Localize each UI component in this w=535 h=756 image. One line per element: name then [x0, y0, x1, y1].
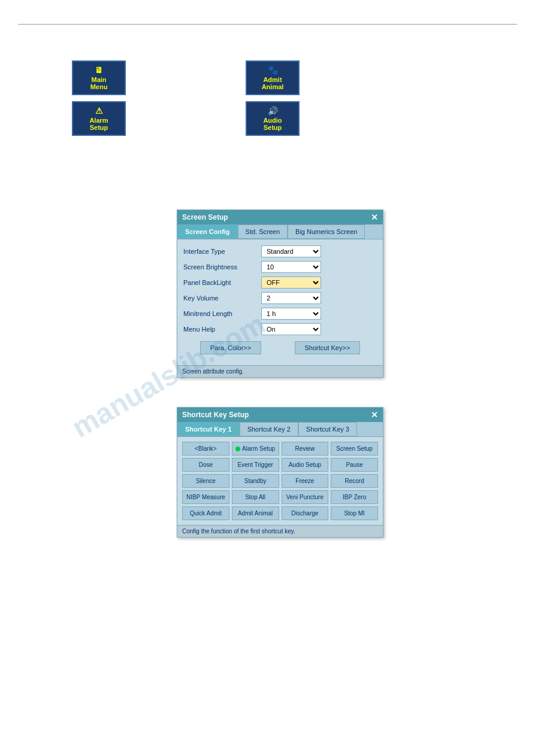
minitrend-length-select[interactable]: 1 h — [261, 308, 321, 320]
screen-setup-close-button[interactable]: ✕ — [371, 212, 378, 222]
screen-brightness-row: Screen Brightness 10 — [183, 261, 377, 273]
tab-std-screen[interactable]: Std. Screen — [238, 224, 288, 239]
screen-brightness-select[interactable]: 10 — [261, 261, 321, 273]
stop-mi-button[interactable]: Stop MI — [331, 506, 378, 520]
admit-animal-icon: 🐾 — [268, 65, 278, 75]
menu-help-row: Menu Help On — [183, 323, 377, 335]
shortcut-titlebar: Shortcut Key Setup ✕ — [177, 408, 383, 422]
shortcut-title: Shortcut Key Setup — [182, 411, 249, 419]
quick-admit-button[interactable]: Quick Admit — [182, 506, 229, 520]
admit-animal-label: Admit Animal — [256, 76, 289, 90]
alarm-setup-icon: ⚠ — [95, 106, 103, 116]
audio-setup-label: Audio Setup — [256, 117, 289, 131]
standby-button[interactable]: Standby — [232, 474, 279, 488]
screen-setup-tabs: Screen Config Std. Screen Big Numerics S… — [177, 224, 383, 239]
shortcut-key-dialog: Shortcut Key Setup ✕ Shortcut Key 1 Shor… — [177, 407, 383, 538]
tab-screen-config[interactable]: Screen Config — [177, 224, 238, 239]
panel-backlight-label: Panel BackLight — [183, 279, 261, 286]
alarm-setup-label: Alarm Setup — [83, 117, 115, 131]
panel-backlight-row: Panel BackLight OFF — [183, 277, 377, 289]
key-volume-row: Key Volume 2 — [183, 292, 377, 304]
ibp-zero-button[interactable]: IBP Zero — [331, 490, 378, 504]
key-volume-label: Key Volume — [183, 294, 261, 302]
admit-animal-sk-button[interactable]: Admit Animal — [232, 506, 279, 520]
shortcut-close-button[interactable]: ✕ — [371, 410, 378, 420]
event-trigger-button[interactable]: Event Trigger — [232, 458, 279, 472]
alarm-setup-sk-button[interactable]: Alarm Setup — [232, 442, 279, 456]
discharge-button[interactable]: Discharge — [282, 506, 329, 520]
pause-button[interactable]: Pause — [331, 458, 378, 472]
top-buttons-row2: ⚠ Alarm Setup 🔊 Audio Setup — [72, 101, 535, 136]
screen-setup-title: Screen Setup — [182, 213, 228, 221]
main-menu-button[interactable]: 🖥 Main Menu — [72, 60, 126, 95]
screen-brightness-label: Screen Brightness — [183, 263, 261, 271]
shortcut-status: Config the function of the first shortcu… — [177, 525, 383, 537]
screen-setup-footer-buttons: Para. Color>> Shortcut Key>> — [183, 341, 377, 354]
blank-button[interactable]: <Blank> — [182, 442, 229, 456]
shortcut-grid: <Blank> Alarm Setup Review Screen Setup … — [177, 437, 383, 525]
tab-shortcut-key-1[interactable]: Shortcut Key 1 — [177, 422, 240, 436]
alarm-setup-button[interactable]: ⚠ Alarm Setup — [72, 101, 126, 136]
admit-animal-button[interactable]: 🐾 Admit Animal — [246, 60, 300, 95]
interface-type-row: Interface Type Standard — [183, 245, 377, 257]
main-menu-icon: 🖥 — [95, 65, 103, 75]
freeze-button[interactable]: Freeze — [282, 474, 329, 488]
menu-help-select[interactable]: On — [261, 323, 321, 335]
tab-big-numerics[interactable]: Big Numerics Screen — [288, 224, 365, 239]
panel-backlight-select[interactable]: OFF — [261, 277, 321, 289]
screen-setup-status: Screen attribute config. — [177, 365, 383, 377]
screen-setup-body: Interface Type Standard Screen Brightnes… — [177, 239, 383, 365]
minitrend-length-row: Minitrend Length 1 h — [183, 308, 377, 320]
nibp-measure-button[interactable]: NIBP Measure — [182, 490, 229, 504]
tab-shortcut-key-2[interactable]: Shortcut Key 2 — [240, 422, 298, 436]
dose-button[interactable]: Dose — [182, 458, 229, 472]
screen-setup-sk-button[interactable]: Screen Setup — [331, 442, 378, 456]
shortcut-key-button[interactable]: Shortcut Key>> — [295, 341, 361, 354]
silence-button[interactable]: Silence — [182, 474, 229, 488]
tab-shortcut-key-3[interactable]: Shortcut Key 3 — [298, 422, 357, 436]
key-volume-select[interactable]: 2 — [261, 292, 321, 304]
stop-all-button[interactable]: Stop All — [232, 490, 279, 504]
audio-setup-button[interactable]: 🔊 Audio Setup — [246, 101, 300, 136]
minitrend-length-label: Minitrend Length — [183, 310, 261, 317]
interface-type-select[interactable]: Standard — [261, 245, 321, 257]
audio-setup-sk-button[interactable]: Audio Setup — [282, 458, 329, 472]
audio-setup-icon: 🔊 — [268, 106, 278, 116]
screen-setup-titlebar: Screen Setup ✕ — [177, 210, 383, 224]
menu-help-label: Menu Help — [183, 326, 261, 333]
veni-puncture-button[interactable]: Veni Puncture — [282, 490, 329, 504]
interface-type-label: Interface Type — [183, 248, 261, 255]
screen-setup-dialog: Screen Setup ✕ Screen Config Std. Screen… — [177, 210, 383, 378]
main-menu-label: Main Menu — [83, 76, 115, 90]
review-button[interactable]: Review — [282, 442, 329, 456]
top-buttons-row1: 🖥 Main Menu 🐾 Admit Animal — [72, 60, 535, 95]
top-divider — [18, 24, 517, 25]
para-color-button[interactable]: Para. Color>> — [200, 341, 261, 354]
record-button[interactable]: Record — [331, 474, 378, 488]
shortcut-tabs: Shortcut Key 1 Shortcut Key 2 Shortcut K… — [177, 422, 383, 437]
